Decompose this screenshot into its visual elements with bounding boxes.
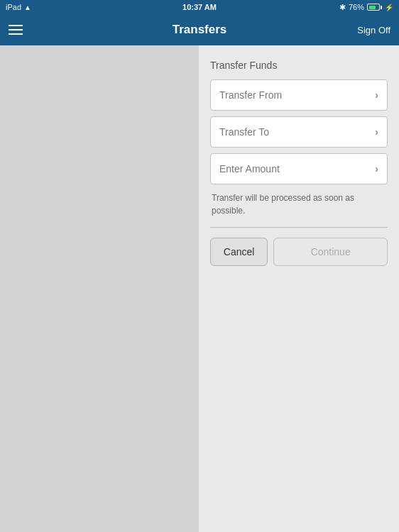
section-title: Transfer Funds <box>210 60 388 71</box>
wifi-icon: ▲ <box>24 4 31 11</box>
transfer-to-field[interactable]: Transfer To › <box>210 116 388 148</box>
transfer-from-field[interactable]: Transfer From › <box>210 79 388 111</box>
chevron-right-icon: › <box>375 163 378 174</box>
battery-icon <box>367 4 382 11</box>
info-text: Transfer will be processed as soon as po… <box>212 192 386 217</box>
buttons-row: Cancel Continue <box>210 238 388 266</box>
status-time: 10:37 AM <box>182 3 217 11</box>
transfer-from-label: Transfer From <box>219 89 282 101</box>
sign-off-button[interactable]: Sign Off <box>357 25 390 35</box>
enter-amount-field[interactable]: Enter Amount › <box>210 153 388 184</box>
menu-button[interactable] <box>9 25 23 35</box>
battery-percent: 76% <box>349 3 364 11</box>
continue-button[interactable]: Continue <box>273 238 388 266</box>
page-title: Transfers <box>173 23 227 37</box>
nav-bar: Transfers Sign Off <box>0 14 399 45</box>
transfer-to-label: Transfer To <box>219 126 269 138</box>
bluetooth-icon: ✱ <box>339 3 346 12</box>
divider <box>210 227 388 228</box>
carrier-label: iPad <box>6 3 21 11</box>
status-right: ✱ 76% ⚡ <box>339 3 393 12</box>
chevron-right-icon: › <box>375 89 378 101</box>
enter-amount-label: Enter Amount <box>219 163 280 174</box>
cancel-button[interactable]: Cancel <box>210 238 268 266</box>
chevron-right-icon: › <box>375 126 378 138</box>
right-panel: Transfer Funds Transfer From › Transfer … <box>199 45 399 532</box>
status-left: iPad ▲ <box>6 3 31 11</box>
left-panel <box>0 45 199 532</box>
status-bar: iPad ▲ 10:37 AM ✱ 76% ⚡ <box>0 0 399 14</box>
charging-icon: ⚡ <box>385 4 393 11</box>
main-layout: Transfer Funds Transfer From › Transfer … <box>0 45 399 532</box>
